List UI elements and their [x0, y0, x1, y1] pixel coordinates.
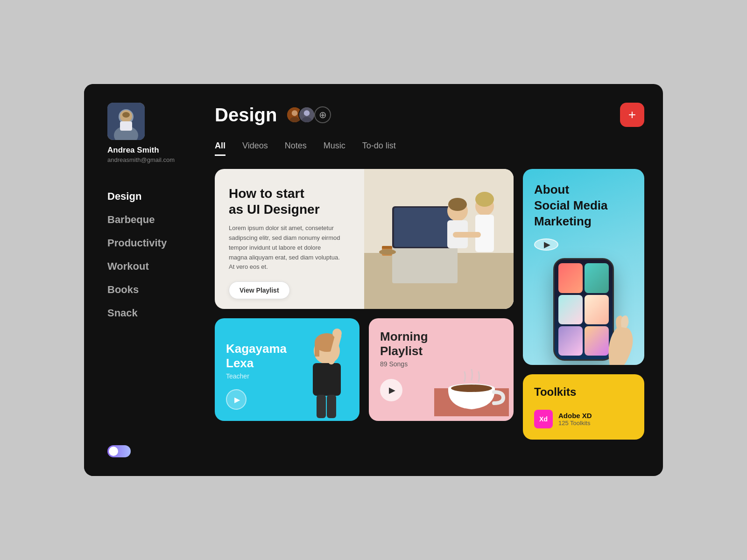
sidebar-item-barbeque[interactable]: Barbeque: [107, 210, 191, 230]
collab-avatar-2: [298, 106, 315, 123]
sidebar-item-snack[interactable]: Snack: [107, 303, 191, 323]
playlist-play-icon: ▶: [389, 385, 395, 395]
toolkit-item: Xd Adobe XD 125 Toolkits: [534, 410, 633, 428]
toggle-knob: [109, 447, 118, 456]
right-column: AboutSocial MediaMarketing ▶: [523, 169, 644, 440]
tab-videos[interactable]: Videos: [242, 141, 268, 156]
svg-rect-17: [394, 208, 456, 247]
page-title: Design: [215, 105, 277, 126]
toolkits-title: Toolkits: [534, 385, 633, 399]
tab-music[interactable]: Music: [324, 141, 345, 156]
tab-todo[interactable]: To-do list: [362, 141, 396, 156]
hero-description: Lorem ipsum dolor sit amet, consetetur s…: [229, 224, 341, 272]
social-play-icon: ▶: [544, 239, 550, 250]
toolkit-info: Adobe XD 125 Toolkits: [558, 412, 592, 427]
toolkit-item-name: Adobe XD: [558, 412, 592, 420]
sidebar-item-productivity[interactable]: Productivity: [107, 233, 191, 253]
svg-point-27: [379, 249, 396, 255]
avatar: [107, 103, 145, 140]
svg-rect-26: [382, 246, 392, 249]
left-column: How to startas UI Designer Lorem ipsum d…: [215, 169, 514, 440]
svg-point-7: [292, 110, 297, 116]
cards-grid: How to startas UI Designer Lorem ipsum d…: [215, 169, 644, 449]
social-play-button[interactable]: ▶: [534, 238, 558, 251]
sidebar: Andrea Smith andreasmith@gmail.com Desig…: [84, 84, 205, 476]
sidebar-item-books[interactable]: Books: [107, 280, 191, 300]
profile-area: Andrea Smith andreasmith@gmail.com: [107, 103, 191, 163]
add-content-button[interactable]: +: [620, 103, 644, 127]
view-playlist-button[interactable]: View Playlist: [229, 281, 290, 299]
hero-card: How to startas UI Designer Lorem ipsum d…: [215, 169, 514, 309]
svg-rect-24: [453, 232, 481, 238]
tab-notes[interactable]: Notes: [285, 141, 307, 156]
play-icon: ▶: [234, 395, 240, 404]
svg-point-20: [448, 198, 467, 211]
toolkit-item-count: 125 Toolkits: [558, 420, 592, 427]
playlist-song-count: 89 Songs: [380, 360, 502, 368]
header-left: Design: [215, 105, 331, 126]
social-title: AboutSocial MediaMarketing: [534, 182, 633, 229]
phone-tile-5: [558, 326, 583, 356]
kagayama-card: KagayamaLexa Teacher ▶: [215, 318, 359, 421]
kagayama-name: KagayamaLexa: [226, 342, 348, 371]
hero-image: [364, 169, 514, 309]
profile-name: Andrea Smith: [107, 146, 159, 155]
playlist-title: MorningPlaylist: [380, 329, 502, 358]
playlist-play-button[interactable]: ▶: [380, 379, 402, 401]
hand-svg: [600, 309, 638, 365]
phone-illustration: [534, 258, 633, 361]
phone-tile-2: [585, 263, 609, 293]
social-media-card: AboutSocial MediaMarketing ▶: [523, 169, 644, 365]
toggle-area: [107, 436, 191, 457]
collab-avatars: [286, 106, 310, 123]
bottom-cards: KagayamaLexa Teacher ▶: [215, 318, 514, 421]
collaborators: ⊕: [286, 106, 331, 123]
profile-email: andreasmith@gmail.com: [107, 156, 175, 163]
main-content: Design: [205, 84, 663, 476]
svg-rect-5: [120, 121, 132, 131]
svg-point-23: [475, 192, 494, 207]
kagayama-role: Teacher: [226, 372, 348, 380]
sidebar-item-design[interactable]: Design: [107, 187, 191, 206]
add-collaborator-button[interactable]: ⊕: [314, 106, 331, 123]
theme-toggle[interactable]: [107, 445, 131, 457]
kagayama-content: KagayamaLexa Teacher ▶: [215, 330, 359, 421]
phone-tile-1: [558, 263, 583, 293]
hero-title: How to startas UI Designer: [229, 186, 350, 217]
sidebar-item-workout[interactable]: Workout: [107, 257, 191, 276]
toolkits-card: Toolkits Xd Adobe XD 125 Toolkits: [523, 374, 644, 440]
svg-point-4: [122, 112, 130, 118]
tab-all[interactable]: All: [215, 141, 226, 156]
phone-tile-3: [558, 295, 583, 324]
avatar-image: [107, 103, 145, 140]
tabs-bar: All Videos Notes Music To-do list: [215, 141, 644, 156]
kagayama-play-button[interactable]: ▶: [226, 389, 247, 410]
hero-card-content: How to startas UI Designer Lorem ipsum d…: [215, 169, 364, 309]
playlist-card: MorningPlaylist 89 Songs ▶: [369, 318, 514, 421]
nav-list: Design Barbeque Productivity Workout Boo…: [107, 187, 191, 436]
xd-icon: Xd: [534, 410, 553, 428]
header: Design: [215, 103, 644, 127]
svg-point-10: [304, 110, 310, 116]
app-window: Andrea Smith andreasmith@gmail.com Desig…: [84, 84, 663, 476]
playlist-content: MorningPlaylist 89 Songs ▶: [369, 318, 514, 413]
